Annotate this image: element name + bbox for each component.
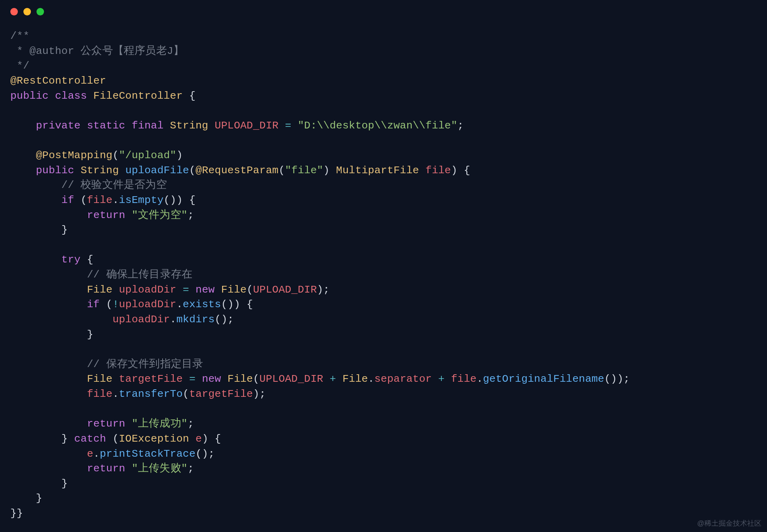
code-token: ()) { xyxy=(221,299,253,310)
code-line: File targetFile = new File(UPLOAD_DIR + … xyxy=(10,372,757,387)
code-token xyxy=(74,165,81,176)
code-token: final xyxy=(132,120,164,132)
code-line: /** xyxy=(10,29,757,44)
code-token: */ xyxy=(10,60,29,72)
code-token xyxy=(10,388,87,400)
code-token: new xyxy=(202,373,221,385)
code-token xyxy=(176,284,183,296)
code-token: ( xyxy=(278,165,285,176)
code-line: try { xyxy=(10,253,757,268)
code-token xyxy=(10,463,87,475)
code-token: String xyxy=(170,120,209,132)
code-token: ) xyxy=(323,165,336,176)
code-token xyxy=(196,373,202,385)
maximize-icon[interactable] xyxy=(36,8,44,15)
code-line: @PostMapping("/upload") xyxy=(10,148,757,163)
code-token: if xyxy=(61,194,74,206)
code-line: public class FileController { xyxy=(10,89,757,104)
code-token xyxy=(125,120,132,132)
code-token: try xyxy=(61,254,81,266)
code-token: } xyxy=(10,492,42,504)
code-token: ( xyxy=(253,373,259,385)
code-line xyxy=(10,133,757,148)
code-token xyxy=(125,463,132,475)
code-line: } xyxy=(10,477,757,492)
code-token: }} xyxy=(10,507,23,519)
code-token xyxy=(113,373,119,385)
code-line: public String uploadFile(@RequestParam("… xyxy=(10,163,757,178)
code-line: // 确保上传目录存在 xyxy=(10,268,757,283)
code-window: /** * @author 公众号【程序员老J】 */@RestControll… xyxy=(0,0,767,532)
code-token: File xyxy=(342,373,368,385)
code-token: (); xyxy=(196,448,215,460)
code-token: @RestController xyxy=(10,75,106,87)
code-token: class xyxy=(55,90,87,102)
code-token xyxy=(10,149,36,161)
code-token: = xyxy=(285,120,291,132)
code-token: @RequestParam xyxy=(196,165,278,176)
code-token xyxy=(164,120,170,132)
code-token xyxy=(81,120,87,132)
code-line: File uploadDir = new File(UPLOAD_DIR); xyxy=(10,283,757,298)
code-token: UPLOAD_DIR xyxy=(259,373,323,385)
code-token: exists xyxy=(183,299,221,310)
code-line: return "文件为空"; xyxy=(10,208,757,223)
code-token: . xyxy=(176,299,183,310)
code-line: } catch (IOException e) { xyxy=(10,432,757,447)
code-token: ); xyxy=(317,284,330,296)
code-token: catch xyxy=(74,433,106,445)
code-token xyxy=(113,284,119,296)
code-token: static xyxy=(87,120,125,132)
code-token: UPLOAD_DIR xyxy=(253,284,317,296)
code-token xyxy=(215,284,221,296)
code-token: . xyxy=(93,448,100,460)
code-token xyxy=(278,120,285,132)
code-token: FileController xyxy=(93,90,182,102)
code-token xyxy=(10,254,61,266)
code-token xyxy=(119,165,125,176)
code-token: File xyxy=(228,373,253,385)
code-token: ! xyxy=(113,299,119,310)
code-token xyxy=(419,165,426,176)
code-token xyxy=(323,373,330,385)
code-token: uploadFile xyxy=(125,165,189,176)
close-icon[interactable] xyxy=(10,8,18,15)
code-token: "/upload" xyxy=(119,149,176,161)
code-token: ; xyxy=(457,120,464,132)
code-line: file.transferTo(targetFile); xyxy=(10,387,757,402)
code-token: ( xyxy=(189,165,196,176)
code-token xyxy=(10,165,36,176)
code-token: ( xyxy=(74,194,87,206)
code-token: e xyxy=(196,433,202,445)
code-token: . xyxy=(113,388,119,400)
code-token xyxy=(10,448,87,460)
code-token: @PostMapping xyxy=(36,149,112,161)
code-token: ( xyxy=(100,299,112,310)
code-token: uploadDir xyxy=(119,284,176,296)
code-line: * @author 公众号【程序员老J】 xyxy=(10,44,757,59)
code-line xyxy=(10,238,757,253)
code-token: "上传失败" xyxy=(132,463,188,475)
code-token: e xyxy=(87,448,93,460)
code-token: isEmpty xyxy=(119,194,164,206)
code-token: ; xyxy=(188,463,194,475)
code-token: file xyxy=(451,373,476,385)
code-token: ()); xyxy=(604,373,630,385)
code-line: return "上传失败"; xyxy=(10,461,757,477)
code-token: public xyxy=(36,165,74,176)
code-token xyxy=(10,209,87,221)
code-token: "file" xyxy=(285,165,323,176)
code-editor[interactable]: /** * @author 公众号【程序员老J】 */@RestControll… xyxy=(0,19,767,525)
code-token: file xyxy=(426,165,451,176)
code-token: ); xyxy=(253,388,266,400)
code-line: // 校验文件是否为空 xyxy=(10,178,757,193)
code-token xyxy=(10,418,87,430)
code-token xyxy=(125,418,132,430)
code-token: . xyxy=(368,373,374,385)
code-line: return "上传成功"; xyxy=(10,417,757,432)
minimize-icon[interactable] xyxy=(23,8,31,15)
code-token xyxy=(87,90,93,102)
code-token: private xyxy=(36,120,81,132)
code-token: . xyxy=(113,194,119,206)
code-token: mkdirs xyxy=(176,314,215,325)
